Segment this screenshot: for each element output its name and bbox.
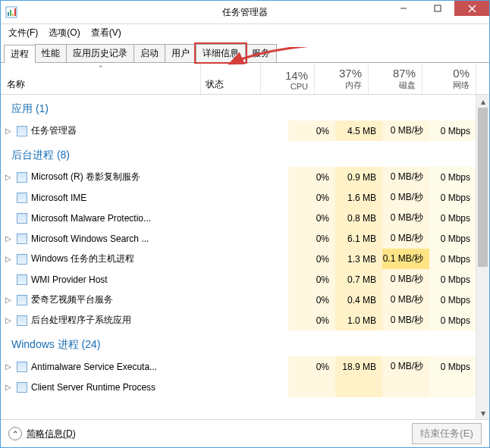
col-cpu[interactable]: 14% CPU: [261, 63, 315, 94]
cpu-pct: 14%: [285, 69, 308, 82]
svg-rect-3: [12, 14, 14, 16]
expand-icon[interactable]: ▷: [4, 296, 13, 304]
expand-icon[interactable]: ▷: [4, 173, 13, 181]
expand-icon[interactable]: ▷: [4, 234, 13, 243]
tab-app-history[interactable]: 应用历史记录: [66, 44, 134, 62]
col-status-label: 状态: [206, 78, 224, 91]
cell-network: 0 Mbps: [429, 121, 476, 141]
collapse-button[interactable]: ⌃: [8, 427, 22, 440]
process-name: Microsoft (R) 卷影复制服务: [31, 171, 238, 183]
cell-cpu: 0%: [288, 121, 335, 141]
table-row[interactable]: WMI Provider Host0%0.7 MB0 MB/秒0 Mbps: [1, 269, 476, 290]
table-row[interactable]: ▷Microsoft Windows Search ...0%6.1 MB0 M…: [1, 228, 476, 249]
process-name: 任务管理器: [31, 124, 238, 137]
process-icon: [16, 192, 28, 204]
svg-rect-6: [435, 5, 441, 11]
cell-cpu: 0%: [288, 228, 335, 249]
cell-disk: [382, 377, 429, 397]
cell-disk: 0 MB/秒: [382, 356, 429, 377]
cell-cpu: 0%: [288, 208, 335, 228]
tab-performance[interactable]: 性能: [35, 44, 67, 62]
group-header: 应用 (1): [1, 95, 476, 121]
scroll-down-icon[interactable]: ▾: [476, 406, 489, 419]
maximize-button[interactable]: [420, 1, 454, 16]
menu-file[interactable]: 文件(F): [4, 25, 42, 41]
svg-rect-2: [10, 10, 11, 16]
table-row[interactable]: ▷Antimalware Service Executa...0%18.9 MB…: [1, 356, 476, 377]
col-network[interactable]: 0% 网络: [422, 63, 476, 94]
col-status[interactable]: 状态: [201, 63, 261, 94]
cell-network: [429, 377, 476, 397]
cell-memory: 0.9 MB: [335, 167, 382, 187]
process-name: 后台处理程序子系统应用: [31, 314, 238, 327]
cell-memory: 6.1 MB: [335, 228, 382, 249]
menu-view[interactable]: 查看(V): [86, 25, 126, 41]
cell-memory: 0.4 MB: [335, 290, 382, 310]
scroll-up-icon[interactable]: ▴: [476, 95, 489, 108]
cell-network: 0 Mbps: [429, 290, 476, 310]
cell-disk: 0 MB/秒: [382, 187, 429, 208]
table-row[interactable]: ▷Client Server Runtime Process: [1, 377, 476, 397]
cell-network: 0 Mbps: [429, 269, 476, 290]
expand-icon[interactable]: ▷: [4, 127, 13, 135]
svg-rect-1: [8, 12, 9, 16]
table-row[interactable]: ▷Windows 任务的主机进程0%1.3 MB0.1 MB/秒0 Mbps: [1, 249, 476, 269]
cell-cpu: 0%: [288, 187, 335, 208]
cell-disk: 0 MB/秒: [382, 208, 429, 228]
expand-icon[interactable]: ▷: [4, 362, 13, 371]
window-controls: [386, 1, 489, 23]
cell-memory: 1.3 MB: [335, 249, 382, 269]
chevron-up-icon: ⌃: [12, 430, 18, 438]
cell-network: 0 Mbps: [429, 208, 476, 228]
tab-startup[interactable]: 启动: [133, 44, 165, 62]
vertical-scrollbar[interactable]: ▴ ▾: [476, 95, 489, 419]
expand-icon[interactable]: ▷: [4, 383, 13, 391]
cell-memory: 0.8 MB: [335, 208, 382, 228]
cell-cpu: 0%: [288, 290, 335, 310]
scroll-track[interactable]: [476, 108, 489, 406]
cell-network: 0 Mbps: [429, 228, 476, 249]
table-row[interactable]: ▷爱奇艺视频平台服务0%0.4 MB0 MB/秒0 Mbps: [1, 290, 476, 310]
process-name: 爱奇艺视频平台服务: [31, 293, 238, 306]
col-memory[interactable]: 37% 内存: [315, 63, 369, 94]
tab-users[interactable]: 用户: [165, 44, 196, 62]
table-row[interactable]: Microsoft Malware Protectio...0%0.8 MB0 …: [1, 208, 476, 228]
process-list: 应用 (1)▷任务管理器0%4.5 MB0 MB/秒0 Mbps后台进程 (8)…: [1, 95, 489, 419]
cell-memory: 4.5 MB: [335, 121, 382, 141]
cell-memory: 0.7 MB: [335, 269, 382, 290]
cell-network: 0 Mbps: [429, 356, 476, 377]
process-name: Windows 任务的主机进程: [31, 252, 238, 265]
table-row[interactable]: ▷后台处理程序子系统应用0%1.0 MB0 MB/秒0 Mbps: [1, 310, 476, 331]
net-pct: 0%: [453, 67, 470, 80]
tab-row: 进程 性能 应用历史记录 启动 用户 详细信息 服务: [1, 41, 489, 63]
cell-memory: [335, 377, 382, 397]
table-row[interactable]: ▷任务管理器0%4.5 MB0 MB/秒0 Mbps: [1, 121, 476, 141]
expand-icon[interactable]: ▷: [4, 316, 13, 324]
menu-options[interactable]: 选项(O): [44, 25, 84, 41]
tab-details[interactable]: 详细信息: [196, 44, 246, 62]
process-name: Microsoft Malware Protectio...: [31, 213, 238, 224]
col-disk[interactable]: 87% 磁盘: [369, 63, 422, 94]
col-name[interactable]: ⌃ 名称: [1, 63, 201, 94]
table-row[interactable]: Microsoft IME0%1.6 MB0 MB/秒0 Mbps: [1, 187, 476, 208]
titlebar: 任务管理器: [1, 1, 489, 24]
table-row[interactable]: ▷Microsoft (R) 卷影复制服务0%0.9 MB0 MB/秒0 Mbp…: [1, 167, 476, 187]
cell-disk: 0 MB/秒: [382, 269, 429, 290]
net-label: 网络: [453, 80, 470, 91]
cell-network: 0 Mbps: [429, 167, 476, 187]
process-name: Microsoft Windows Search ...: [31, 233, 238, 244]
tab-processes[interactable]: 进程: [4, 45, 36, 63]
tab-services[interactable]: 服务: [245, 44, 277, 62]
cell-network: 0 Mbps: [429, 187, 476, 208]
process-icon: [16, 361, 28, 373]
expand-icon[interactable]: ▷: [4, 255, 13, 263]
fewer-details-link[interactable]: 简略信息(D): [27, 428, 76, 440]
cell-memory: 1.6 MB: [335, 187, 382, 208]
cell-disk: 0 MB/秒: [382, 167, 429, 187]
cell-cpu: [288, 377, 335, 397]
process-icon: [16, 294, 28, 306]
close-button[interactable]: [454, 1, 489, 16]
minimize-button[interactable]: [386, 1, 420, 16]
scroll-thumb[interactable]: [478, 108, 488, 267]
end-task-button[interactable]: 结束任务(E): [412, 423, 482, 444]
